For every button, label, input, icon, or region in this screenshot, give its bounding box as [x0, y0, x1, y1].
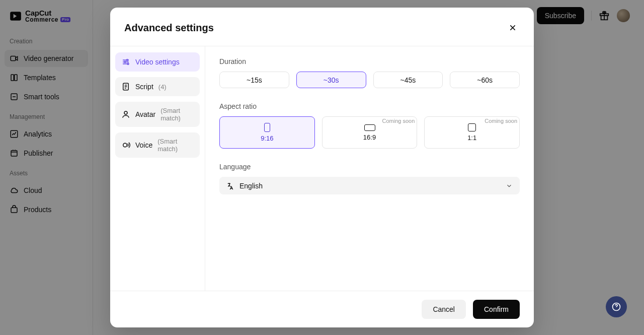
- duration-60s[interactable]: ~60s: [450, 72, 520, 88]
- chevron-down-icon: [506, 182, 513, 189]
- aspect-1-1: Coming soon 1:1: [424, 116, 520, 149]
- svg-point-11: [124, 61, 126, 63]
- language-value: English: [239, 182, 263, 190]
- tab-avatar[interactable]: Avatar (Smart match): [115, 102, 200, 127]
- translate-icon: [226, 182, 234, 190]
- aspect-value: 9:16: [261, 135, 273, 142]
- language-select[interactable]: English: [219, 177, 520, 194]
- sliders-icon: [121, 57, 130, 66]
- tab-video-settings[interactable]: Video settings: [115, 52, 200, 72]
- aspect-16-9: Coming soon 16:9: [322, 116, 418, 149]
- avatar-icon: [121, 110, 130, 119]
- duration-15s[interactable]: ~15s: [219, 72, 289, 88]
- duration-label: Duration: [219, 57, 520, 65]
- confirm-button[interactable]: Confirm: [473, 300, 520, 319]
- advanced-settings-modal: Advanced settings Video settings Script …: [110, 8, 534, 327]
- aspect-9-16[interactable]: 9:16: [219, 116, 315, 149]
- svg-point-14: [124, 111, 127, 114]
- help-icon: [611, 302, 621, 312]
- svg-point-12: [127, 63, 129, 64]
- settings-sidebar: Video settings Script (4) Avatar (Smart …: [110, 46, 205, 291]
- aspect-landscape-icon: [364, 124, 375, 131]
- tab-label: Avatar: [135, 110, 155, 118]
- modal-header: Advanced settings: [110, 8, 534, 46]
- aspect-value: 16:9: [363, 133, 376, 141]
- duration-30s[interactable]: ~30s: [296, 72, 366, 88]
- voice-icon: [121, 141, 130, 150]
- cancel-button[interactable]: Cancel: [422, 300, 466, 319]
- duration-45s[interactable]: ~45s: [373, 72, 443, 88]
- tab-label: Voice: [135, 141, 152, 149]
- overlay: Advanced settings Video settings Script …: [0, 0, 644, 335]
- duration-options: ~15s ~30s ~45s ~60s: [219, 72, 520, 88]
- aspect-options: 9:16 Coming soon 16:9 Coming soon 1:1: [219, 116, 520, 149]
- tab-script[interactable]: Script (4): [115, 77, 200, 96]
- tab-label: Video settings: [135, 58, 180, 66]
- modal-title: Advanced settings: [124, 22, 214, 34]
- script-icon: [121, 82, 130, 91]
- coming-soon-badge: Coming soon: [382, 118, 415, 124]
- tab-hint: (Smart match): [160, 107, 194, 122]
- svg-point-10: [127, 59, 128, 61]
- aspect-portrait-icon: [264, 123, 270, 132]
- tab-hint: (Smart match): [157, 138, 194, 153]
- tab-hint: (4): [158, 83, 167, 91]
- close-icon: [509, 24, 517, 32]
- aspect-label: Aspect ratio: [219, 102, 520, 110]
- svg-point-15: [123, 143, 127, 147]
- help-button[interactable]: [606, 296, 627, 317]
- modal-footer: Cancel Confirm: [110, 291, 534, 327]
- tab-voice[interactable]: Voice (Smart match): [115, 132, 200, 158]
- language-label: Language: [219, 163, 520, 171]
- coming-soon-badge: Coming soon: [485, 118, 517, 124]
- close-button[interactable]: [506, 21, 520, 35]
- settings-content: Duration ~15s ~30s ~45s ~60s Aspect rati…: [205, 46, 534, 291]
- aspect-value: 1:1: [467, 134, 476, 142]
- aspect-square-icon: [468, 123, 476, 131]
- tab-label: Script: [135, 83, 153, 91]
